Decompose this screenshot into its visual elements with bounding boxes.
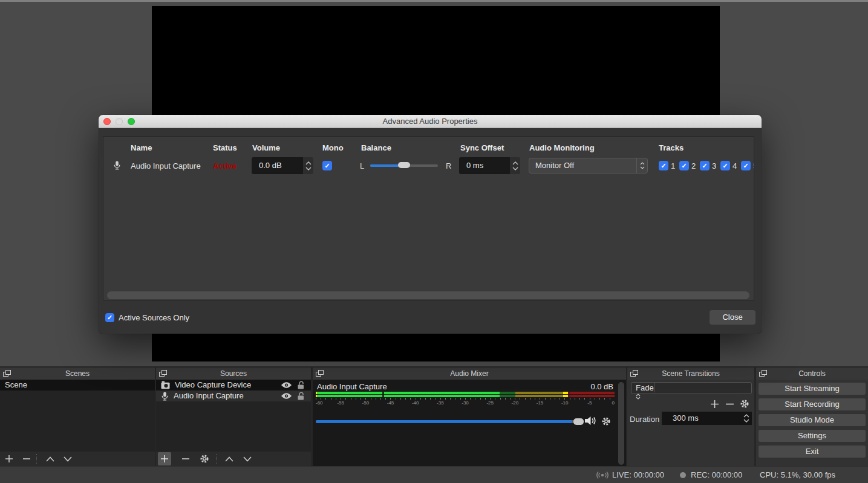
scene-down-button[interactable] xyxy=(61,452,74,465)
scenes-dock-header: Scenes xyxy=(0,368,155,380)
meter-tick-label: -60 xyxy=(316,400,323,406)
meter-tick-label: -25 xyxy=(486,400,494,406)
cpu-fps-stats: CPU: 5.1%, 30.00 fps xyxy=(760,467,835,483)
track-checkbox[interactable]: ✓ xyxy=(659,161,668,170)
add-scene-button[interactable] xyxy=(2,452,16,465)
settings-button[interactable]: Settings xyxy=(759,430,866,442)
exit-button[interactable]: Exit xyxy=(759,446,866,458)
scene-transitions-dock-header: Scene Transitions xyxy=(627,368,754,380)
audio-mixer-dock: Audio Mixer Audio Input Capture 0.0 dB -… xyxy=(313,368,626,466)
column-header-sync-offset: Sync Offset xyxy=(460,143,504,152)
start-streaming-button[interactable]: Start Streaming xyxy=(759,383,866,395)
sync-offset-field[interactable]: 0 ms xyxy=(459,157,510,174)
mixer-volume-slider-fill xyxy=(316,420,572,423)
audio-mixer-dock-header: Audio Mixer xyxy=(313,368,626,380)
track-checkbox[interactable]: ✓ xyxy=(700,161,710,170)
mic-icon xyxy=(113,161,121,170)
mixer-volume-db: 0.0 dB xyxy=(590,382,613,391)
scenes-toolbar xyxy=(0,452,155,466)
volume-field[interactable]: 0.0 dB xyxy=(252,157,303,174)
sync-offset-stepper[interactable] xyxy=(510,157,520,174)
mono-checkbox[interactable]: ✓ xyxy=(322,161,332,170)
studio-mode-button[interactable]: Studio Mode xyxy=(759,414,866,426)
source-down-button[interactable] xyxy=(241,452,254,465)
unlock-icon[interactable] xyxy=(297,381,305,389)
track-checkbox[interactable]: ✓ xyxy=(679,161,689,170)
dialog-title: Advanced Audio Properties xyxy=(99,115,762,128)
audio-mixer-dock-title: Audio Mixer xyxy=(313,369,626,378)
eye-icon[interactable] xyxy=(281,381,292,389)
mixer-gear-icon[interactable] xyxy=(601,417,611,426)
audio-properties-table: Name Status Volume Mono Balance Sync Off… xyxy=(103,136,754,300)
track-checkbox[interactable]: ✓ xyxy=(741,161,751,170)
source-list-item[interactable]: Audio Input Capture xyxy=(156,391,311,401)
audio-monitoring-select[interactable]: Monitor Off xyxy=(529,158,648,173)
popout-icon xyxy=(3,370,11,377)
close-button[interactable]: Close xyxy=(710,310,755,325)
advanced-audio-properties-dialog: Advanced Audio Properties Name Status Vo… xyxy=(99,115,762,334)
transition-select[interactable]: Fade xyxy=(631,382,752,394)
meter-tick-label: -20 xyxy=(512,400,519,406)
speaker-icon[interactable] xyxy=(584,416,598,426)
source-list-item[interactable]: Video Capture Device xyxy=(156,380,311,391)
transitions-panel: Fade Duration 300 ms xyxy=(627,380,754,466)
controls-dock: Controls Start StreamingStart RecordingS… xyxy=(756,368,868,466)
transition-properties-gear-icon[interactable] xyxy=(739,398,750,409)
mixer-volume-slider[interactable] xyxy=(316,420,582,423)
audio-monitoring-arrows[interactable] xyxy=(636,158,647,173)
track-checkbox-item: ✓2 xyxy=(679,161,700,170)
meter-tick-label: -15 xyxy=(537,400,544,406)
sources-dock-header: Sources xyxy=(156,368,311,380)
track-number-label: 1 xyxy=(671,161,675,170)
table-horizontal-scrollbar[interactable] xyxy=(107,291,749,299)
source-properties-gear-icon[interactable] xyxy=(198,452,211,465)
scene-up-button[interactable] xyxy=(44,452,57,465)
dialog-titlebar[interactable]: Advanced Audio Properties xyxy=(99,115,762,128)
source-name-cell: Audio Input Capture xyxy=(131,161,201,170)
remove-source-button[interactable] xyxy=(179,452,192,465)
add-source-button[interactable] xyxy=(158,452,171,465)
track-number-label: 4 xyxy=(733,161,737,170)
track-checkbox-item: ✓5 xyxy=(741,161,754,170)
controls-dock-title: Controls xyxy=(756,369,868,378)
mixer-volume-slider-handle[interactable] xyxy=(573,418,584,425)
controls-panel: Start StreamingStart RecordingStudio Mod… xyxy=(756,380,868,466)
start-recording-button[interactable]: Start Recording xyxy=(759,398,866,410)
controls-dock-header: Controls xyxy=(756,368,868,380)
remove-scene-button[interactable] xyxy=(20,452,33,465)
column-header-volume: Volume xyxy=(252,143,280,152)
status-active-cell: Active xyxy=(213,161,237,170)
duration-field[interactable]: 300 ms xyxy=(662,412,752,425)
scenes-dock-title: Scenes xyxy=(0,369,155,378)
column-header-audio-monitoring: Audio Monitoring xyxy=(529,143,595,152)
popout-icon xyxy=(759,370,767,377)
remove-transition-button[interactable] xyxy=(724,398,735,409)
eye-icon[interactable] xyxy=(281,392,292,400)
column-header-name: Name xyxy=(131,143,152,152)
unlock-icon[interactable] xyxy=(297,392,305,400)
scenes-dock: Scenes Scene xyxy=(0,368,155,466)
scene-list-item[interactable]: Scene xyxy=(0,380,155,391)
scene-transitions-dock-title: Scene Transitions xyxy=(627,369,754,378)
track-checkbox[interactable]: ✓ xyxy=(720,161,730,170)
active-sources-only-checkbox[interactable]: ✓ xyxy=(105,313,114,322)
mixer-source-name: Audio Input Capture xyxy=(317,382,387,391)
track-number-label: 3 xyxy=(712,161,716,170)
track-number-label: 5 xyxy=(753,161,754,170)
track-checkbox-item: ✓1 xyxy=(659,161,679,170)
duration-value: 300 ms xyxy=(673,413,699,423)
mixer-scrollbar[interactable] xyxy=(618,382,624,465)
source-up-button[interactable] xyxy=(223,452,236,465)
active-sources-only-label: Active Sources Only xyxy=(119,313,189,322)
duration-stepper[interactable] xyxy=(742,412,751,425)
add-transition-button[interactable] xyxy=(709,398,720,409)
window-top-edge xyxy=(0,0,868,2)
obs-main-window: Scenes Scene Sources Video Capture Devic… xyxy=(0,0,868,483)
column-header-status: Status xyxy=(213,143,237,152)
meter-tick-label: -30 xyxy=(462,400,469,406)
mixer-channel: Audio Input Capture 0.0 dB -60-55-50-45-… xyxy=(313,380,626,466)
popout-icon xyxy=(630,370,638,377)
volume-stepper[interactable] xyxy=(303,157,313,174)
meter-tick-label: -50 xyxy=(362,400,370,406)
balance-slider-handle[interactable] xyxy=(398,162,410,168)
